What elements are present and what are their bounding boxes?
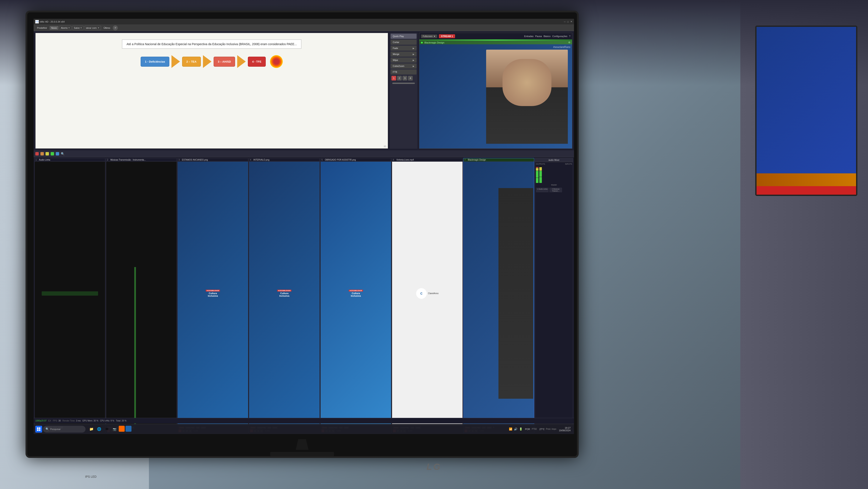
color-red[interactable]: [35, 152, 39, 155]
bottom-section: 🔍 1 Áudio Linha: [34, 150, 574, 434]
preview-content: Até a Política Nacional de Educação Espe…: [35, 33, 388, 148]
trans-wipe[interactable]: Wipe ▶: [391, 58, 416, 63]
trans-num-4[interactable]: 4: [408, 76, 413, 81]
input-title-1: Áudio Linha: [39, 159, 104, 161]
ctrl-basico[interactable]: Básico: [544, 35, 551, 37]
trans-quick-play[interactable]: Quick Play: [391, 34, 416, 39]
trans-ftb[interactable]: FTB: [391, 69, 416, 75]
logo-text-6: ClareiAnno: [428, 292, 438, 294]
monitor-bezel: vMix HD - 25.0.0.34 x64 ─ □ ✕ Predefinir…: [26, 11, 579, 458]
menu-ultimo[interactable]: Último: [102, 26, 112, 30]
vu-yellow-1: [536, 168, 538, 171]
lg-logo: LG: [427, 462, 441, 472]
trans-cubezoom[interactable]: CubeZoom ▶: [391, 63, 416, 68]
bm-settings-icon[interactable]: ⚙: [568, 41, 570, 44]
taskbar-icon-app1[interactable]: [119, 426, 125, 432]
vu-yellow-2: [539, 167, 542, 171]
trans-slider[interactable]: [392, 83, 415, 84]
ips-logo: IPS LED: [85, 475, 97, 478]
inputs-search-icon[interactable]: 🔍: [61, 152, 64, 155]
trans-num-3[interactable]: 3: [403, 76, 407, 81]
color-blue[interactable]: [56, 152, 59, 155]
input-cell-7: 7 Blackmagic Design Close Quick Play: [463, 158, 534, 433]
trans-merge[interactable]: Merge ▶: [391, 52, 416, 57]
color-yellow[interactable]: [45, 152, 49, 155]
trans-num-2[interactable]: 2: [397, 76, 402, 81]
status-fps: FPS: 30: [53, 420, 61, 422]
rm-red-bar: [756, 186, 856, 195]
camera-person: [486, 50, 568, 144]
vmix-status-bar: 1080p29.97 EX FPS: 30 Render Time: 3 ms …: [34, 418, 574, 423]
ctrl-help[interactable]: ?: [569, 35, 570, 37]
start-icon: [37, 427, 40, 431]
sys-icons: 📶 🔊 🔋: [509, 427, 523, 431]
slide-target-container: [270, 55, 283, 68]
input-preview-1: [35, 162, 105, 425]
menu-predefinir[interactable]: Predefinir: [35, 26, 49, 30]
audio-bar-1: [42, 291, 98, 296]
person-thumb-7: [498, 188, 533, 399]
resolution-value: 1080p29.97: [35, 420, 46, 422]
taskbar-icon-mail[interactable]: ✉: [103, 426, 110, 433]
trans-number-btns: 1 2 3 4: [391, 76, 416, 81]
menu-novo[interactable]: Novo: [50, 26, 59, 30]
ctrl-pausa[interactable]: Pausa: [535, 35, 542, 37]
fullscreen-arrow: ▼: [433, 35, 435, 37]
menu-ialvar[interactable]: ialvar com: ▼: [85, 26, 101, 30]
taskbar-icon-camera[interactable]: 📷: [111, 426, 118, 433]
transition-controls: Quick Play Cortar Fade ▶ Merge ▶ Wipe: [390, 33, 417, 149]
trans-fade-arrow: ▶: [413, 47, 414, 50]
cultura-sub-5: Inclusiva: [351, 294, 361, 297]
maximize-btn[interactable]: □: [567, 21, 569, 23]
start-button[interactable]: [35, 426, 42, 433]
taskbar-icon-app2[interactable]: [126, 426, 131, 432]
taskbar-icon-edge[interactable]: 🌐: [96, 426, 102, 433]
close-btn[interactable]: ✕: [570, 20, 572, 23]
menu-refresh-btn[interactable]: ↺: [113, 25, 118, 30]
camera-thumb-7: [464, 162, 534, 425]
ctrl-entradas[interactable]: Entradas: [524, 35, 533, 37]
vmix-logo-icon: [35, 20, 39, 23]
audio-mixer-label: áudio Mixer: [549, 159, 560, 161]
taskbar-lang-time: POR PT82: [525, 428, 537, 430]
rm-orange-bar: [756, 173, 856, 186]
top-section: NDI BTT017371 (Display 1) ⊞ ≡ ⚙ Até a Po…: [34, 31, 574, 150]
color-orange[interactable]: [40, 152, 44, 155]
vu-meter-1: [536, 166, 538, 183]
input-header-7: 7 Blackmagic Design: [464, 158, 534, 162]
ctrl-configuracoes[interactable]: Configurações: [552, 35, 567, 37]
taskbar-temp: 27°C: [539, 428, 545, 430]
input-preview-3: ACESSIBILIDADE Cultura Inclusiva: [178, 162, 248, 425]
taskbar-lang: POR: [525, 428, 530, 430]
menu-bar: Predefinir Novo Aberto ▼ Salve ▼ ialvar …: [34, 25, 574, 31]
minimize-btn[interactable]: ─: [564, 21, 566, 23]
trans-fade[interactable]: Fade ▶: [391, 46, 416, 51]
search-text: Pesquisar: [50, 428, 61, 430]
menu-salve[interactable]: Salve ▼: [72, 26, 83, 30]
input-num-4: 4: [250, 159, 252, 161]
input-header-6: 6 Vinheta-Lives.mp4: [392, 158, 463, 162]
trans-cortar[interactable]: Cortar: [391, 39, 416, 45]
master-channel-row: 1 Áudio Linha 2 Músicas Transm...: [536, 188, 572, 192]
taskbar-icon-files[interactable]: 📁: [88, 426, 95, 433]
slide-boxes-row: 1 - Deficiências 2 – TEA 3 – AH/SD 4 - T…: [141, 55, 282, 68]
menu-salve-arrow: ▼: [80, 27, 82, 29]
slide-box-2: 2 – TEA: [182, 57, 201, 67]
cultura-preview-5: ACESSIBILIDADE Cultura Inclusiva: [320, 162, 391, 425]
taskbar-search[interactable]: 🔍 Pesquisar: [43, 426, 86, 433]
menu-aberto[interactable]: Aberto ▼: [59, 26, 71, 30]
input-num-3: 3: [179, 159, 181, 161]
slide-page-num: 60: [384, 145, 386, 148]
fullscreen-btn[interactable]: Fullscreen ▼: [421, 34, 437, 38]
inputs-grid-row1: 1 Áudio Linha Close Quick Play: [34, 157, 574, 434]
stream-btn[interactable]: STREAM 1: [439, 34, 455, 38]
fps-value: 30: [58, 420, 61, 422]
input-header-5: 5 OBRIGADO POR ASSISTIR.png: [320, 158, 391, 162]
rm-blue-section: [756, 27, 856, 173]
inputs-label: INPUTS: [565, 163, 572, 165]
trans-num-1[interactable]: 1: [392, 76, 396, 81]
cultura-badge-4: ACESSIBILIDADE: [277, 290, 291, 292]
input-preview-7: [464, 162, 534, 425]
color-green[interactable]: [51, 152, 54, 155]
input-title-6: Vinheta-Lives.mp4: [396, 159, 462, 161]
